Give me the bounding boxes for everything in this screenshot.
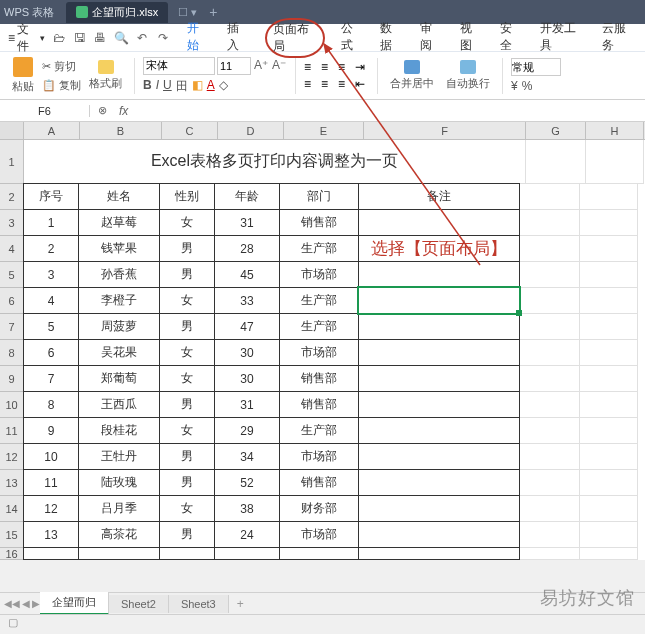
cell[interactable]: 销售部 [279,391,359,418]
cell[interactable]: 销售部 [279,365,359,392]
cell[interactable]: 备注 [358,183,520,210]
cut-button[interactable]: ✂ 剪切 [42,59,81,74]
spreadsheet-grid[interactable]: 1Excel表格多页打印内容调整为一页2序号姓名性别年龄部门备注31赵草莓女31… [0,140,645,560]
row-header[interactable]: 2 [0,184,24,210]
row-header[interactable]: 1 [0,140,24,184]
cell[interactable] [580,184,638,210]
cell[interactable] [358,417,520,444]
cell[interactable] [279,548,359,560]
col-header[interactable]: A [24,122,80,139]
cell[interactable]: 28 [214,235,280,262]
cell[interactable]: 市场部 [279,261,359,288]
cell[interactable] [358,339,520,366]
cell[interactable]: 45 [214,261,280,288]
cell[interactable] [586,140,644,184]
cell[interactable]: 3 [23,261,79,288]
cell[interactable]: 7 [23,365,79,392]
name-box[interactable]: F6 [0,105,90,117]
open-icon[interactable]: 🗁 [51,30,66,46]
annotation-text[interactable]: 选择【页面布局】 [358,235,520,262]
cell[interactable]: 男 [159,313,215,340]
cell[interactable]: 女 [159,417,215,444]
row-header[interactable]: 13 [0,470,24,496]
fx-label[interactable]: fx [115,104,132,118]
clear-format-button[interactable]: ◇ [219,78,228,95]
cell[interactable] [358,469,520,496]
cell[interactable] [520,548,580,560]
cell[interactable] [580,418,638,444]
cell[interactable] [358,365,520,392]
percent-button[interactable]: % [522,79,533,93]
col-header[interactable]: E [284,122,364,139]
sheet-tab[interactable]: 企望而归 [40,592,109,615]
cell[interactable] [358,261,520,288]
cell[interactable] [78,548,160,560]
cell[interactable]: 李橙子 [78,287,160,314]
cell[interactable] [358,521,520,548]
cell[interactable]: 销售部 [279,209,359,236]
decrease-font-icon[interactable]: A⁻ [271,57,287,73]
cell[interactable]: 38 [214,495,280,522]
print-icon[interactable]: 🖶 [93,30,108,46]
tab-review[interactable]: 审阅 [418,18,444,58]
cell[interactable]: 市场部 [279,443,359,470]
cell[interactable] [580,392,638,418]
cell[interactable] [520,236,580,262]
cell[interactable]: 24 [214,521,280,548]
save-icon[interactable]: 🖫 [72,30,87,46]
cell[interactable] [358,548,520,560]
row-header[interactable]: 15 [0,522,24,548]
cell[interactable]: 序号 [23,183,79,210]
cell[interactable] [520,470,580,496]
fx-cancel-icon[interactable]: ⊗ [90,104,115,117]
cell[interactable] [23,548,79,560]
select-all-corner[interactable] [0,122,24,139]
fill-color-button[interactable]: ◧ [192,78,203,95]
tab-dev-tools[interactable]: 开发工具 [538,18,586,58]
cell[interactable]: 女 [159,339,215,366]
cell[interactable] [580,314,638,340]
font-color-button[interactable]: A [207,78,215,95]
cell[interactable] [520,392,580,418]
cell[interactable]: 30 [214,339,280,366]
cell[interactable] [520,522,580,548]
cell[interactable]: 生产部 [279,417,359,444]
cell[interactable] [520,444,580,470]
cell[interactable]: 33 [214,287,280,314]
bold-button[interactable]: B [143,78,152,95]
sheet-nav-first[interactable]: ◀◀ [4,598,20,609]
file-menu[interactable]: ≡ 文件 ▾ [8,21,45,55]
paste-icon[interactable] [13,57,33,77]
cell[interactable] [580,236,638,262]
cell[interactable] [520,366,580,392]
cell[interactable] [580,210,638,236]
cell[interactable]: 生产部 [279,313,359,340]
cell[interactable]: 1 [23,209,79,236]
row-header[interactable]: 9 [0,366,24,392]
cell[interactable]: 10 [23,443,79,470]
cell[interactable]: 11 [23,469,79,496]
col-header[interactable]: C [162,122,218,139]
row-header[interactable]: 16 [0,548,24,560]
tab-insert[interactable]: 插入 [225,18,251,58]
underline-button[interactable]: U [163,78,172,95]
cell[interactable] [358,391,520,418]
cell[interactable]: 部门 [279,183,359,210]
tab-data[interactable]: 数据 [378,18,404,58]
cell[interactable]: 6 [23,339,79,366]
tab-cloud[interactable]: 云服务 [600,18,637,58]
merge-icon[interactable] [404,60,420,74]
tab-formula[interactable]: 公式 [339,18,365,58]
cell[interactable]: 段桂花 [78,417,160,444]
cell[interactable] [580,288,638,314]
row-header[interactable]: 6 [0,288,24,314]
cell[interactable] [520,340,580,366]
cell[interactable]: 生产部 [279,287,359,314]
cell[interactable] [580,262,638,288]
row-header[interactable]: 4 [0,236,24,262]
cell[interactable] [358,495,520,522]
cell[interactable]: 52 [214,469,280,496]
cell[interactable]: 孙香蕉 [78,261,160,288]
col-header[interactable]: H [586,122,644,139]
cell[interactable] [358,443,520,470]
